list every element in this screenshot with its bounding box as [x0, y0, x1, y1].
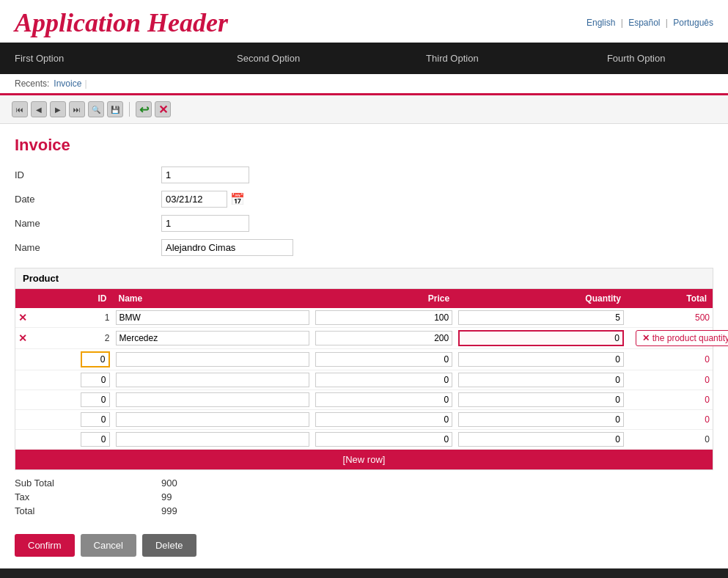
delete-row-icon[interactable]: ✕	[18, 312, 27, 323]
cell-name	[113, 349, 313, 370]
col-header-id: ID	[44, 289, 113, 308]
toolbar-save-btn[interactable]: 💾	[107, 101, 123, 117]
toolbar-last-btn[interactable]: ⏭	[69, 101, 85, 117]
toolbar-next-btn[interactable]: ▶	[50, 101, 66, 117]
toolbar-search-btn[interactable]: 🔍	[88, 101, 104, 117]
input-id[interactable]	[81, 412, 110, 427]
col-header-total: Total	[627, 289, 713, 308]
cell-total: 500	[627, 308, 713, 328]
input-quantity[interactable]	[458, 310, 624, 325]
lang-portugues[interactable]: Português	[673, 18, 713, 28]
input-name2[interactable]	[161, 239, 293, 256]
table-row: 0	[15, 390, 713, 410]
cell-id	[44, 390, 113, 410]
table-row: 0	[15, 430, 713, 450]
cell-price	[312, 410, 455, 430]
delete-button[interactable]: Delete	[142, 534, 196, 557]
cell-quantity-error: ✕ the product quantity cannot be empty	[455, 328, 627, 349]
cell-price	[312, 390, 455, 410]
input-id[interactable]	[81, 392, 110, 407]
cell-quantity	[455, 430, 627, 450]
nav-item-fourth[interactable]: Fourth Option	[544, 43, 728, 74]
table-row: 0	[15, 349, 713, 370]
input-name[interactable]	[116, 373, 310, 387]
input-quantity[interactable]	[458, 392, 624, 407]
cell-id: 2	[44, 328, 113, 349]
nav-item-second[interactable]: Second Option	[177, 43, 361, 74]
calendar-icon[interactable]: 📅	[230, 192, 245, 206]
input-quantity[interactable]	[458, 373, 624, 387]
form-row-name2: Name	[15, 239, 713, 256]
cell-total: 0	[627, 430, 713, 450]
date-row: 📅	[161, 191, 245, 208]
toolbar-undo-btn[interactable]: ↩	[136, 101, 152, 117]
input-name[interactable]	[116, 412, 310, 427]
cell-id	[44, 370, 113, 390]
cell-total: 0	[627, 390, 713, 410]
app-header: Application Header English | Español | P…	[0, 0, 728, 43]
new-row-button[interactable]: [New row]	[15, 450, 713, 469]
table-header-row: ID Name Price Quantity Total	[15, 289, 713, 308]
input-id[interactable]	[81, 373, 110, 387]
page-title: Invoice	[15, 136, 713, 155]
label-name1: Name	[15, 218, 161, 229]
input-quantity[interactable]	[458, 412, 624, 427]
cell-total: 0	[627, 410, 713, 430]
cell-price	[312, 370, 455, 390]
input-price[interactable]	[315, 331, 452, 345]
table-row: 0	[15, 410, 713, 430]
label-date: Date	[15, 194, 161, 205]
input-quantity[interactable]	[458, 352, 624, 367]
subtotal-value: 900	[161, 478, 177, 489]
tax-value: 99	[161, 491, 172, 502]
cancel-button[interactable]: Cancel	[81, 534, 136, 557]
table-row: ✕ 1 500	[15, 308, 713, 328]
col-header-quantity: Quantity	[455, 289, 627, 308]
input-id[interactable]	[81, 432, 110, 447]
cell-name	[113, 390, 313, 410]
input-name[interactable]	[116, 310, 310, 325]
input-quantity[interactable]	[458, 432, 624, 447]
breadcrumb-invoice[interactable]: Invoice	[54, 78, 81, 89]
input-price[interactable]	[315, 310, 452, 325]
input-name[interactable]	[116, 352, 310, 367]
lang-english[interactable]: English	[587, 18, 615, 28]
lang-espanol[interactable]: Español	[628, 18, 660, 28]
toolbar-first-btn[interactable]: ⏮	[12, 101, 28, 117]
cell-price	[312, 328, 455, 349]
input-price[interactable]	[315, 412, 452, 427]
input-name1[interactable]	[161, 215, 249, 232]
cell-quantity	[455, 370, 627, 390]
input-id[interactable]	[161, 167, 249, 183]
toolbar-prev-btn[interactable]: ◀	[31, 101, 47, 117]
input-price[interactable]	[315, 392, 452, 407]
cell-quantity	[455, 349, 627, 370]
input-quantity-error[interactable]	[458, 330, 624, 346]
input-name[interactable]	[116, 392, 310, 407]
input-price[interactable]	[315, 352, 452, 367]
error-message: the product quantity cannot be empty	[652, 333, 728, 343]
input-date[interactable]	[161, 191, 227, 208]
nav-item-third[interactable]: Third Option	[361, 43, 545, 74]
cell-name	[113, 370, 313, 390]
input-price[interactable]	[315, 432, 452, 447]
input-name[interactable]	[116, 331, 310, 345]
toolbar: ⏮ ◀ ▶ ⏭ 🔍 💾 ↩ ✕	[0, 95, 728, 124]
input-name[interactable]	[116, 432, 310, 447]
product-table: ID Name Price Quantity Total ✕ 1 500	[15, 289, 713, 450]
cell-id: 1	[44, 308, 113, 328]
totals-section: Sub Total 900 Tax 99 Total 999	[15, 470, 713, 527]
language-bar: English | Español | Português	[587, 18, 713, 28]
form-row-name1: Name	[15, 215, 713, 232]
toolbar-close-btn[interactable]: ✕	[155, 101, 171, 117]
cell-quantity	[455, 410, 627, 430]
product-section: Product ID Name Price Quantity Total ✕ 1	[15, 268, 713, 470]
nav-item-first[interactable]: First Option	[0, 43, 177, 74]
cell-id	[44, 349, 113, 370]
delete-row-icon[interactable]: ✕	[18, 332, 27, 344]
confirm-button[interactable]: Confirm	[15, 534, 75, 557]
cell-total: 0	[627, 349, 713, 370]
input-price[interactable]	[315, 373, 452, 387]
input-id[interactable]	[81, 351, 110, 367]
cell-name	[113, 328, 313, 349]
